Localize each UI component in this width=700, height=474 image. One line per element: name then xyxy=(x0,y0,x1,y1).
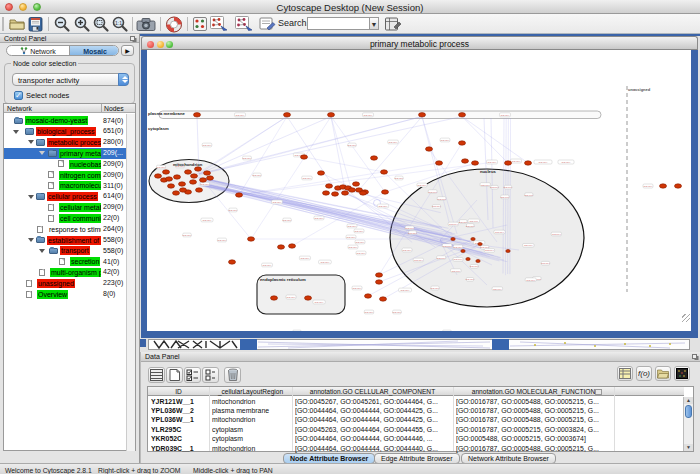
svg-text:GO:004: GO:004 xyxy=(552,233,561,236)
svg-text:GO:004: GO:004 xyxy=(229,209,238,212)
svg-text:GO:004: GO:004 xyxy=(512,160,521,163)
svg-text:nucleus: nucleus xyxy=(480,169,496,174)
svg-text:GO:004: GO:004 xyxy=(470,265,479,268)
svg-text:GO:004: GO:004 xyxy=(157,166,166,169)
svg-text:GO:004: GO:004 xyxy=(203,219,212,222)
svg-text:GO:004: GO:004 xyxy=(526,279,535,282)
svg-text:GO:004: GO:004 xyxy=(493,288,502,291)
svg-text:GO:004: GO:004 xyxy=(203,144,212,147)
svg-text:GO:004: GO:004 xyxy=(347,236,356,239)
svg-text:GO:004: GO:004 xyxy=(428,191,437,194)
svg-text:GO:004: GO:004 xyxy=(490,186,499,189)
svg-text:GO:004: GO:004 xyxy=(357,252,366,255)
svg-text:f(o): f(o) xyxy=(638,369,650,378)
svg-text:GO:004: GO:004 xyxy=(365,311,374,314)
svg-text:GO:004: GO:004 xyxy=(253,174,262,177)
svg-text:GO:004: GO:004 xyxy=(301,257,310,260)
svg-text:unassigned: unassigned xyxy=(628,87,651,92)
svg-text:mitochondrion: mitochondrion xyxy=(173,162,203,167)
svg-text:GO:004: GO:004 xyxy=(432,205,441,208)
svg-text:GO:004: GO:004 xyxy=(418,184,427,187)
svg-text:GO:004: GO:004 xyxy=(504,186,513,189)
svg-text:GO:004: GO:004 xyxy=(454,258,463,261)
svg-text:1:1: 1:1 xyxy=(115,20,122,26)
svg-text:GO:004: GO:004 xyxy=(243,157,252,160)
svg-text:GO:004: GO:004 xyxy=(466,278,475,281)
svg-text:GO:004: GO:004 xyxy=(562,161,571,164)
svg-text:GO:004: GO:004 xyxy=(485,249,494,252)
svg-text:GO:004: GO:004 xyxy=(236,114,245,117)
svg-text:GO:004: GO:004 xyxy=(263,264,272,267)
svg-text:GO:004: GO:004 xyxy=(539,161,548,164)
svg-text:GO:004: GO:004 xyxy=(524,194,533,197)
svg-text:GO:004: GO:004 xyxy=(348,144,357,147)
svg-text:GO:004: GO:004 xyxy=(379,205,388,208)
svg-text:GO:004: GO:004 xyxy=(355,230,364,233)
svg-text:GO:004: GO:004 xyxy=(644,185,653,188)
svg-text:GO:004: GO:004 xyxy=(348,225,357,228)
svg-text:GO:004: GO:004 xyxy=(403,249,412,252)
svg-text:GO:004: GO:004 xyxy=(273,201,282,204)
svg-text:GO:004: GO:004 xyxy=(501,114,510,117)
svg-text:GO:004: GO:004 xyxy=(283,219,292,222)
svg-text:GO:004: GO:004 xyxy=(353,287,362,290)
svg-text:GO:004: GO:004 xyxy=(495,231,504,234)
svg-text:GO:004: GO:004 xyxy=(364,114,373,117)
svg-text:GO:004: GO:004 xyxy=(395,177,404,180)
svg-text:GO:004: GO:004 xyxy=(414,259,423,262)
svg-text:GO:004: GO:004 xyxy=(524,244,533,247)
svg-text:GO:004: GO:004 xyxy=(541,262,550,265)
svg-text:GO:004: GO:004 xyxy=(437,198,446,201)
svg-text:GO:004: GO:004 xyxy=(201,183,210,186)
svg-text:GO:004: GO:004 xyxy=(449,223,458,226)
svg-text:GO:004: GO:004 xyxy=(401,289,410,292)
svg-text:GO:004: GO:004 xyxy=(218,239,227,242)
svg-text:GO:004: GO:004 xyxy=(389,141,398,144)
svg-text:GO:004: GO:004 xyxy=(451,270,460,273)
svg-text:GO:004: GO:004 xyxy=(183,234,192,237)
svg-text:GO:004: GO:004 xyxy=(441,139,450,142)
svg-text:GO:004: GO:004 xyxy=(431,287,440,290)
svg-text:GO:004: GO:004 xyxy=(393,311,402,314)
svg-text:GO:004: GO:004 xyxy=(437,257,446,260)
svg-text:cytoplasm: cytoplasm xyxy=(148,126,169,131)
svg-text:GO:004: GO:004 xyxy=(349,246,358,249)
svg-text:GO:004: GO:004 xyxy=(356,241,365,244)
svg-text:GO:004: GO:004 xyxy=(321,261,330,264)
svg-text:endoplasmic reticulum: endoplasmic reticulum xyxy=(260,277,306,282)
svg-text:GO:004: GO:004 xyxy=(469,220,478,223)
svg-text:GO:004: GO:004 xyxy=(481,184,490,187)
svg-text:GO:004: GO:004 xyxy=(459,221,468,224)
svg-text:GO:004: GO:004 xyxy=(500,196,509,199)
svg-text:GO:004: GO:004 xyxy=(408,232,417,235)
svg-text:GO:004: GO:004 xyxy=(466,225,475,228)
svg-text:GO:004: GO:004 xyxy=(405,227,414,230)
svg-text:GO:004: GO:004 xyxy=(303,177,312,180)
svg-text:GO:004: GO:004 xyxy=(315,217,324,220)
svg-text:GO:004: GO:004 xyxy=(454,246,463,249)
svg-text:plasma membrane: plasma membrane xyxy=(148,111,185,116)
svg-text:GO:004: GO:004 xyxy=(315,301,324,304)
svg-text:GO:004: GO:004 xyxy=(287,296,296,299)
svg-text:GO:004: GO:004 xyxy=(488,161,497,164)
svg-text:GO:004: GO:004 xyxy=(443,245,452,248)
